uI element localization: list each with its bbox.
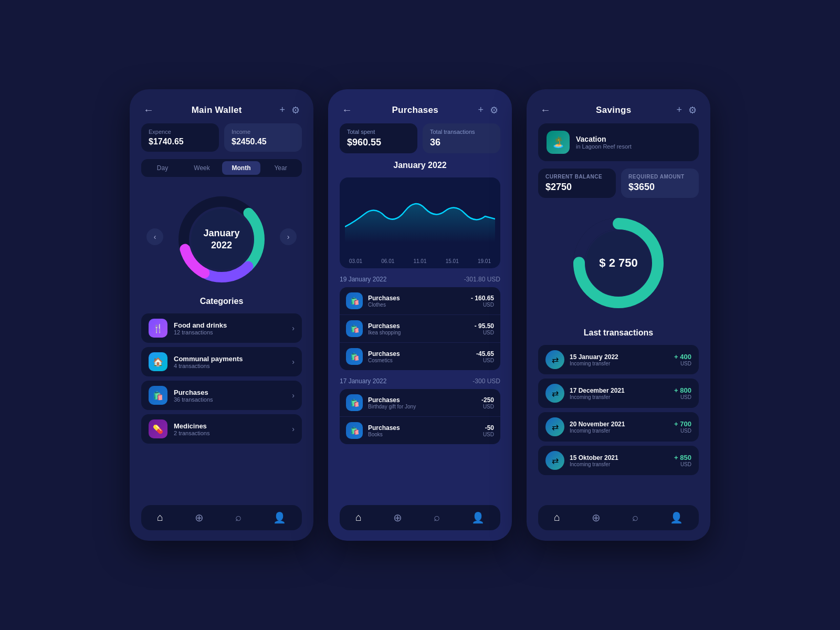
categories-title: Categories <box>141 297 302 306</box>
tx-sub-2-1: Books <box>368 432 478 437</box>
last-tx-title: Last transactions <box>538 328 699 338</box>
savings-goal-card: 🏝️ Vacation in Lagoon Reef resort <box>538 123 699 161</box>
settings-icon[interactable]: ⚙ <box>291 104 300 116</box>
back-button[interactable]: ← <box>143 104 154 116</box>
purchases-header: ← Purchases + ⚙ <box>340 104 500 116</box>
line-chart-area: 03.01 06.01 11.01 15.01 19.01 <box>340 177 500 268</box>
medicines-arrow: › <box>292 425 295 433</box>
tx-item-2-0[interactable]: 🛍️ Purchases Birthday gift for Jony -250… <box>340 389 500 417</box>
screens-container: ← Main Wallet + ⚙ Expence $1740.65 Incom… <box>130 89 710 541</box>
nav-home-r[interactable]: ⌂ <box>554 511 560 524</box>
tx-item-1-2[interactable]: 🛍️ Purchases Cosmetics -45.65 USD <box>340 343 500 370</box>
tx-name-1-1: Purchases <box>368 322 469 330</box>
last-tx-info-0: 15 January 2022 Incoming transfer <box>570 353 669 366</box>
income-value: $2450.45 <box>232 137 295 146</box>
last-tx-item-2[interactable]: ⇄ 20 November 2021 Incoming transfer + 7… <box>538 412 699 442</box>
tab-year[interactable]: Year <box>261 161 300 175</box>
tx-icon-purchases-5: 🛍️ <box>346 422 363 439</box>
tab-day[interactable]: Day <box>143 161 182 175</box>
tx-name-2-0: Purchases <box>368 396 476 404</box>
category-purchases[interactable]: 🛍️ Purchases 36 transactions › <box>141 381 302 410</box>
donut-prev-button[interactable]: ‹ <box>146 228 163 245</box>
purchases-icon: 🛍️ <box>149 386 167 405</box>
last-tx-icon-0: ⇄ <box>545 350 564 369</box>
communal-arrow: › <box>292 358 295 366</box>
balance-row: CURRENT BALANCE $2750 REQUIRED AMOUNT $3… <box>538 169 699 198</box>
tx-item-2-1[interactable]: 🛍️ Purchases Books -50 USD <box>340 417 500 444</box>
communal-icon: 🏠 <box>149 352 167 371</box>
stats-row: Total spent $960.55 Total transactions 3… <box>340 123 500 153</box>
category-medicines[interactable]: 💊 Medicines 2 transactions › <box>141 414 302 444</box>
nav-home-m[interactable]: ⌂ <box>355 511 362 524</box>
tx-group-2-header: 17 January 2022 -300 USD <box>340 377 500 385</box>
donut-month: January <box>203 228 239 238</box>
nav-add-r[interactable]: ⊕ <box>592 511 601 524</box>
savings-goal-name: Vacation <box>576 135 632 143</box>
tx-currency-2-0: USD <box>481 404 494 410</box>
nav-profile-m[interactable]: 👤 <box>471 511 485 524</box>
last-tx-icon-3: ⇄ <box>545 451 564 470</box>
last-tx-item-1[interactable]: ⇄ 17 December 2021 Incoming transfer + 8… <box>538 379 699 408</box>
x-label-4: 19.01 <box>478 258 491 264</box>
tx-items-1: 🛍️ Purchases Clothes - 160.65 USD 🛍️ Pur… <box>340 287 500 370</box>
tx-amount-2-1: -50 <box>483 424 494 432</box>
savings-info: Vacation in Lagoon Reef resort <box>576 135 632 150</box>
total-tx-label: Total transactions <box>430 129 493 135</box>
income-label: Income <box>232 129 295 135</box>
nav-home[interactable]: ⌂ <box>157 511 163 524</box>
tx-icon-purchases-4: 🛍️ <box>346 394 363 411</box>
tx-group-1-header: 19 January 2022 -301.80 USD <box>340 276 500 283</box>
tab-month[interactable]: Month <box>222 161 260 175</box>
chart-month-title: January 2022 <box>340 161 500 170</box>
last-tx-sub-1: Incoming transfer <box>570 394 669 400</box>
nav-search-m[interactable]: ⌕ <box>434 511 440 524</box>
savings-title: Savings <box>596 105 631 116</box>
category-food[interactable]: 🍴 Food and drinks 12 transactions › <box>141 313 302 343</box>
last-tx-currency-2: USD <box>674 428 691 434</box>
savings-add-icon[interactable]: + <box>676 104 682 116</box>
vacation-icon: 🏝️ <box>547 131 570 154</box>
nav-add[interactable]: ⊕ <box>195 511 204 524</box>
tx-item-1-1[interactable]: 🛍️ Purchases Ikea shopping - 95.50 USD <box>340 315 500 343</box>
communal-info: Communal payments 4 transactions <box>174 355 286 369</box>
total-tx-value: 36 <box>430 137 493 148</box>
tx-info-1-2: Purchases Cosmetics <box>368 350 471 363</box>
purchases-settings-icon[interactable]: ⚙ <box>490 104 498 116</box>
nav-search-r[interactable]: ⌕ <box>632 511 638 524</box>
expense-label: Expence <box>149 129 212 135</box>
purchases-back-button[interactable]: ← <box>342 104 352 116</box>
required-amount-box: REQUIRED AMOUNT $3650 <box>621 169 699 198</box>
last-tx-sub-0: Incoming transfer <box>570 361 669 366</box>
total-tx-box: Total transactions 36 <box>423 123 500 153</box>
category-communal[interactable]: 🏠 Communal payments 4 transactions › <box>141 347 302 376</box>
purchases-add-icon[interactable]: + <box>478 104 484 116</box>
medicines-name: Medicines <box>174 422 286 430</box>
tx-sub-1-2: Cosmetics <box>368 358 471 363</box>
nav-add-m[interactable]: ⊕ <box>393 511 402 524</box>
purchases-sub: 36 transactions <box>174 396 286 403</box>
savings-goal-desc: in Lagoon Reef resort <box>576 143 632 150</box>
tx-icon-purchases-2: 🛍️ <box>346 320 363 337</box>
last-tx-currency-0: USD <box>674 361 691 366</box>
last-tx-name-2: 20 November 2021 <box>570 421 669 428</box>
nav-profile-r[interactable]: 👤 <box>670 511 683 524</box>
nav-search[interactable]: ⌕ <box>235 511 242 524</box>
savings-donut-area: $ 2 750 <box>538 205 699 321</box>
savings-settings-icon[interactable]: ⚙ <box>688 104 697 116</box>
last-tx-item-3[interactable]: ⇄ 15 Oktober 2021 Incoming transfer + 85… <box>538 446 699 475</box>
tx-date-2: 17 January 2022 <box>340 377 386 385</box>
purchases-name: Purchases <box>174 388 286 396</box>
tx-item-1-0[interactable]: 🛍️ Purchases Clothes - 160.65 USD <box>340 287 500 315</box>
last-tx-currency-1: USD <box>674 394 691 400</box>
donut-next-button[interactable]: › <box>280 228 297 245</box>
last-tx-item-0[interactable]: ⇄ 15 January 2022 Incoming transfer + 40… <box>538 345 699 374</box>
tx-icon-purchases-3: 🛍️ <box>346 348 363 365</box>
tx-currency-1-0: USD <box>471 302 494 308</box>
last-tx-name-1: 17 December 2021 <box>570 387 669 394</box>
nav-profile[interactable]: 👤 <box>273 511 286 524</box>
add-icon[interactable]: + <box>279 104 285 116</box>
purchases-arrow: › <box>292 391 295 400</box>
tab-week[interactable]: Week <box>183 161 221 175</box>
savings-back-button[interactable]: ← <box>540 104 551 116</box>
tx-amount-col-2-1: -50 USD <box>483 424 494 437</box>
